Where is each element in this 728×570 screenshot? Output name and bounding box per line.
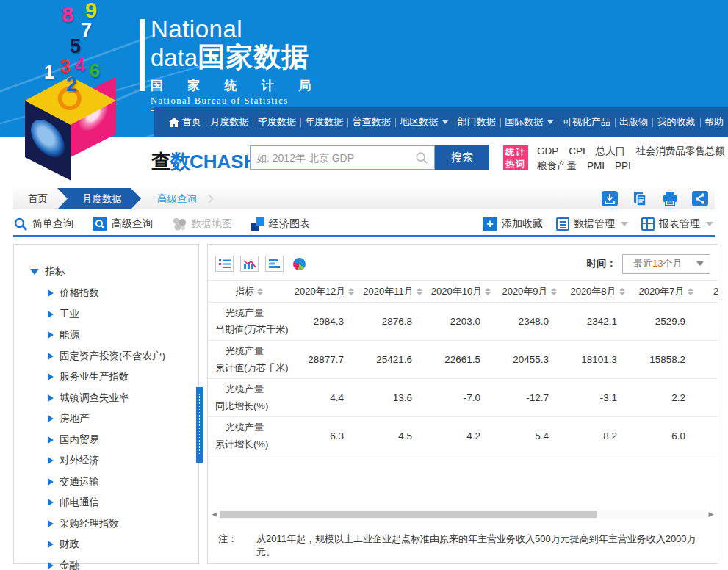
column-header-month[interactable]: 2020年10月 <box>427 285 495 298</box>
breadcrumb-tabs: 首页 月度数据 高级查询 <box>13 188 218 209</box>
sidebar-item-label: 价格指数 <box>60 283 99 304</box>
report-manage-button[interactable]: 报表管理 <box>641 217 713 231</box>
sidebar-item-交通运输[interactable]: 交通运输 <box>30 472 198 493</box>
sidebar-item-房地产[interactable]: 房地产 <box>30 408 198 430</box>
column-header-month[interactable]: 2020年9月 <box>495 285 563 298</box>
hot-word-link[interactable]: 总人口 <box>596 144 626 159</box>
add-favorite-button[interactable]: + 添加收藏 <box>483 217 543 231</box>
advanced-query-label: 高级查询 <box>112 217 153 231</box>
value-cell: 2348.0 <box>495 303 563 340</box>
print-icon[interactable] <box>661 190 679 207</box>
value-cell: 4.4 <box>290 379 358 416</box>
breadcrumb-advanced-query[interactable]: 高级查询 <box>141 188 204 209</box>
table-view-button[interactable] <box>215 256 234 272</box>
download-icon[interactable] <box>601 190 619 207</box>
chashu-shu: 数 <box>170 151 190 173</box>
simple-query-button[interactable]: 简单查询 <box>13 217 73 231</box>
time-filter-label: 时间： <box>587 257 617 270</box>
data-table: 指标2020年12月2020年11月2020年10月2020年9月2020年8月… <box>208 280 718 455</box>
sidebar-item-工业[interactable]: 工业 <box>30 304 198 325</box>
nav-item-月度数据[interactable]: 月度数据 <box>206 115 253 129</box>
table-header-row: 指标2020年12月2020年11月2020年10月2020年9月2020年8月… <box>208 280 718 303</box>
query-toolbar: 简单查询 高级查询 数据地图 经济图表 + 添加收藏 <box>13 212 715 235</box>
nav-item-我的收藏[interactable]: 我的收藏 <box>653 115 700 129</box>
sidebar-item-对外经济[interactable]: 对外经济 <box>30 450 198 472</box>
sidebar-item-财政[interactable]: 财政 <box>30 534 198 555</box>
chevron-right-icon <box>204 194 214 203</box>
sidebar-item-label: 邮电通信 <box>60 492 99 513</box>
sidebar-item-城镇调查失业率[interactable]: 城镇调查失业率 <box>30 388 198 409</box>
column-header-month[interactable]: 2020年8月 <box>563 285 632 298</box>
indicator-name-line2: 累计增长(%) <box>215 438 290 451</box>
value-cell: 6.0 <box>632 417 700 455</box>
sidebar-resize-handle[interactable] <box>196 387 203 463</box>
nav-item-label: 首页 <box>182 115 201 129</box>
plus-icon: + <box>483 217 497 231</box>
tree-root-indicator[interactable]: 指标 <box>30 265 198 278</box>
sidebar-item-国内贸易[interactable]: 国内贸易 <box>30 430 198 451</box>
report-grid-icon <box>641 217 655 231</box>
site-header: 897534612 National data 国家数据 国家统计局 Natio… <box>0 0 728 137</box>
triangle-right-icon <box>48 562 54 569</box>
nav-item-年度数据[interactable]: 年度数据 <box>300 115 347 129</box>
value-cell: -7.0 <box>427 379 495 416</box>
hot-word-link[interactable]: GDP <box>537 144 558 159</box>
scrollbar-thumb[interactable] <box>220 511 597 518</box>
search-button[interactable]: 搜索 <box>435 145 489 170</box>
column-header-label: 2020年9月 <box>502 285 547 298</box>
data-map-label: 数据地图 <box>191 217 232 231</box>
nav-item-部门数据[interactable]: 部门数据 <box>453 115 500 129</box>
time-filter: 时间： 最近13个月 <box>587 254 711 274</box>
chevron-down-icon <box>621 222 628 226</box>
sort-carets-icon <box>551 288 557 295</box>
scroll-right-icon[interactable]: ▶ <box>707 509 715 519</box>
nav-item-地区数据[interactable]: 地区数据 <box>395 115 453 129</box>
nav-item-季度数据[interactable]: 季度数据 <box>253 115 300 129</box>
value-cell-clipped <box>700 303 718 340</box>
hot-word-link[interactable]: 社会消费品零售总额 <box>635 144 725 159</box>
scrollbar-track[interactable] <box>218 510 707 519</box>
value-cell: 20455.3 <box>495 341 563 378</box>
column-header-indicator[interactable]: 指标 <box>208 285 290 298</box>
sidebar-item-价格指数[interactable]: 价格指数 <box>30 283 198 304</box>
nav-item-普查数据[interactable]: 普查数据 <box>348 115 395 129</box>
share-icon[interactable] <box>691 190 709 207</box>
hot-word-link[interactable]: CPI <box>569 144 585 159</box>
column-header-month[interactable]: 2020年7月 <box>632 285 700 298</box>
line-chart-view-button[interactable] <box>240 256 259 272</box>
nav-item-首页[interactable]: 首页 <box>165 115 206 129</box>
nav-item-帮助[interactable]: 帮助 <box>700 115 728 129</box>
pie-chart-view-button[interactable] <box>290 256 309 272</box>
data-manage-button[interactable]: 数据管理 <box>556 217 628 231</box>
sidebar-item-金融[interactable]: 金融 <box>30 555 198 570</box>
chashu-cha: 查 <box>151 151 170 173</box>
nav-item-出版物[interactable]: 出版物 <box>615 115 652 129</box>
advanced-query-button[interactable]: 高级查询 <box>93 217 153 231</box>
hot-word-link[interactable]: PPI <box>615 159 631 173</box>
column-header-month[interactable]: 2020年11月 <box>358 285 427 298</box>
column-header-partial[interactable]: 202 <box>700 286 718 297</box>
sidebar-item-服务业生产指数[interactable]: 服务业生产指数 <box>30 367 198 388</box>
copy-icon[interactable] <box>631 190 649 207</box>
breadcrumb-monthly-data[interactable]: 月度数据 <box>57 188 141 209</box>
column-header-month[interactable]: 2020年12月 <box>290 285 358 298</box>
nav-item-可视化产品[interactable]: 可视化产品 <box>558 115 615 129</box>
hot-word-link[interactable]: 粮食产量 <box>537 159 577 173</box>
time-range-select[interactable]: 最近13个月 <box>622 254 710 274</box>
nav-item-国际数据[interactable]: 国际数据 <box>500 115 558 129</box>
indicator-name-line1: 光缆产量 <box>215 306 290 320</box>
breadcrumb-home[interactable]: 首页 <box>13 188 60 209</box>
search-input[interactable] <box>251 152 415 164</box>
data-map-button[interactable]: 数据地图 <box>172 217 232 231</box>
line-chart-icon <box>243 259 256 270</box>
bar-chart-view-button[interactable] <box>265 256 284 272</box>
scroll-left-icon[interactable]: ◀ <box>211 509 218 519</box>
triangle-right-icon <box>48 289 54 297</box>
sidebar-item-采购经理指数[interactable]: 采购经理指数 <box>30 513 198 535</box>
economic-charts-button[interactable]: 经济图表 <box>251 217 310 231</box>
sidebar-item-邮电通信[interactable]: 邮电通信 <box>30 492 198 513</box>
hot-word-link[interactable]: PMI <box>587 159 605 173</box>
hot-words: GDPCPI总人口社会消费品零售总额 粮食产量PMIPPI <box>537 144 721 173</box>
sidebar-item-固定资产投资(不含农户)[interactable]: 固定资产投资(不含农户) <box>30 346 198 367</box>
sidebar-item-能源[interactable]: 能源 <box>30 325 198 346</box>
